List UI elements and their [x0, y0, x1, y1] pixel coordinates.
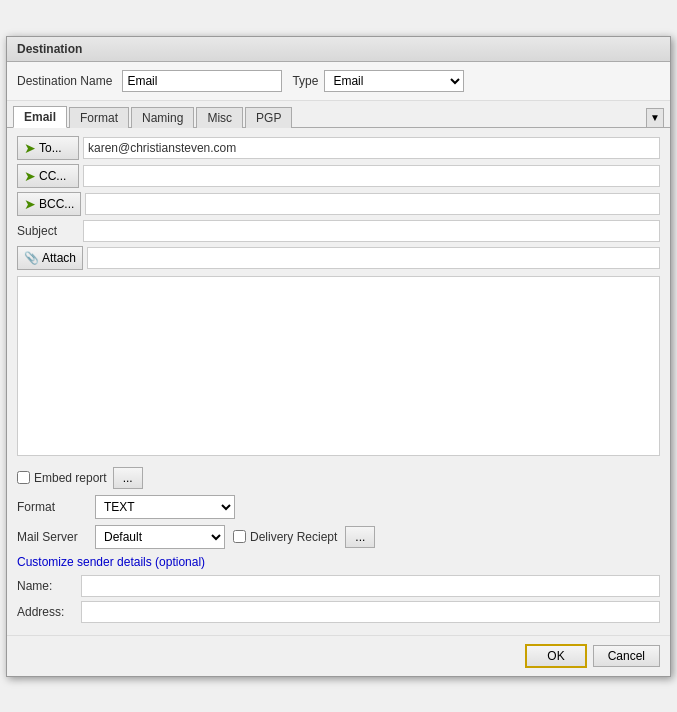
to-arrow-icon: ➤	[24, 141, 36, 155]
cc-label: CC...	[39, 169, 66, 183]
tab-bar: Email Format Naming Misc PGP ▼	[7, 101, 670, 128]
type-select[interactable]: Email	[324, 70, 464, 92]
tab-pgp[interactable]: PGP	[245, 107, 292, 128]
body-textarea[interactable]	[17, 276, 660, 456]
ok-button[interactable]: OK	[525, 644, 586, 668]
to-input[interactable]	[83, 137, 660, 159]
body-area	[17, 276, 660, 467]
delivery-ellipsis-btn[interactable]: ...	[345, 526, 375, 548]
destination-dialog: Destination Destination Name Type Email …	[6, 36, 671, 677]
tab-email[interactable]: Email	[13, 106, 67, 128]
attach-row: 📎 Attach	[17, 246, 660, 270]
dialog-footer: OK Cancel	[7, 635, 670, 676]
attach-input[interactable]	[87, 247, 660, 269]
embed-report-checkbox[interactable]	[17, 471, 30, 484]
embed-row: Embed report ...	[17, 467, 660, 489]
to-row: ➤ To...	[17, 136, 660, 160]
mail-server-label: Mail Server	[17, 530, 87, 544]
dialog-title: Destination	[7, 37, 670, 62]
delivery-receipt-checkbox[interactable]	[233, 530, 246, 543]
to-label: To...	[39, 141, 62, 155]
name-label: Name:	[17, 579, 77, 593]
embed-report-label[interactable]: Embed report	[17, 471, 107, 485]
cc-button[interactable]: ➤ CC...	[17, 164, 79, 188]
subject-input[interactable]	[83, 220, 660, 242]
customize-label: Customize sender details (optional)	[17, 555, 660, 569]
format-label: Format	[17, 500, 87, 514]
tab-naming[interactable]: Naming	[131, 107, 194, 128]
name-input[interactable]	[81, 575, 660, 597]
destination-name-label: Destination Name	[17, 74, 112, 88]
to-button[interactable]: ➤ To...	[17, 136, 79, 160]
type-section: Type Email	[292, 70, 464, 92]
subject-label: Subject	[17, 224, 79, 238]
name-row: Name:	[17, 575, 660, 597]
address-label: Address:	[17, 605, 77, 619]
mail-server-row: Mail Server Default Delivery Reciept ...	[17, 525, 660, 549]
tab-format[interactable]: Format	[69, 107, 129, 128]
bcc-label: BCC...	[39, 197, 74, 211]
cc-row: ➤ CC...	[17, 164, 660, 188]
type-label: Type	[292, 74, 318, 88]
tab-misc[interactable]: Misc	[196, 107, 243, 128]
format-select[interactable]: TEXT	[95, 495, 235, 519]
embed-report-text: Embed report	[34, 471, 107, 485]
cancel-button[interactable]: Cancel	[593, 645, 660, 667]
tab-dropdown-btn[interactable]: ▼	[646, 108, 664, 128]
bcc-button[interactable]: ➤ BCC...	[17, 192, 81, 216]
attach-label: Attach	[42, 251, 76, 265]
delivery-receipt-text: Delivery Reciept	[250, 530, 337, 544]
delivery-receipt-label[interactable]: Delivery Reciept	[233, 530, 337, 544]
destination-header: Destination Name Type Email	[7, 62, 670, 101]
email-tab-content: ➤ To... ➤ CC... ➤ BCC... Subject	[7, 128, 670, 635]
address-row: Address:	[17, 601, 660, 623]
cc-arrow-icon: ➤	[24, 169, 36, 183]
attach-icon: 📎	[24, 251, 39, 265]
cc-input[interactable]	[83, 165, 660, 187]
address-input[interactable]	[81, 601, 660, 623]
attach-button[interactable]: 📎 Attach	[17, 246, 83, 270]
destination-name-input[interactable]	[122, 70, 282, 92]
bcc-arrow-icon: ➤	[24, 197, 36, 211]
mail-server-select[interactable]: Default	[95, 525, 225, 549]
embed-ellipsis-btn[interactable]: ...	[113, 467, 143, 489]
bcc-row: ➤ BCC...	[17, 192, 660, 216]
subject-row: Subject	[17, 220, 660, 242]
customize-section: Customize sender details (optional) Name…	[17, 555, 660, 623]
bcc-input[interactable]	[85, 193, 660, 215]
format-row: Format TEXT	[17, 495, 660, 519]
